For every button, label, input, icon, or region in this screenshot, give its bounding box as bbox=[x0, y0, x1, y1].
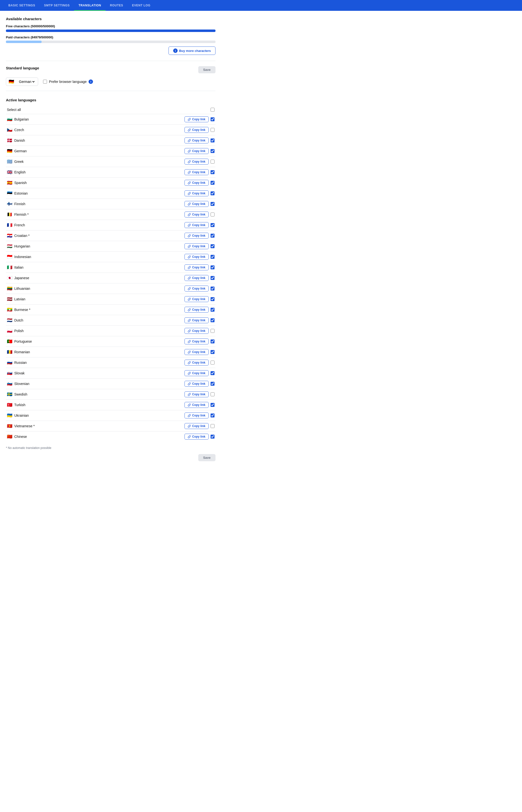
standard-language-save-button[interactable]: Save bbox=[198, 66, 216, 73]
flag-icon: 🇸🇪 bbox=[7, 392, 12, 397]
language-checkbox[interactable] bbox=[210, 276, 215, 280]
language-checkbox[interactable] bbox=[210, 149, 215, 153]
footnote: * No automatic translation possible bbox=[6, 446, 216, 450]
language-checkbox[interactable] bbox=[210, 413, 215, 418]
copy-link-button[interactable]: Copy link bbox=[184, 201, 208, 207]
language-name-cell: 🇬🇷Greek bbox=[7, 159, 106, 164]
copy-link-button[interactable]: Copy link bbox=[184, 243, 208, 249]
copy-link-button[interactable]: Copy link bbox=[184, 381, 208, 387]
language-name: Hungarian bbox=[14, 244, 30, 248]
language-checkbox[interactable] bbox=[210, 382, 215, 386]
nav-routes[interactable]: ROUTES bbox=[105, 0, 128, 11]
copy-link-button[interactable]: Copy link bbox=[184, 148, 208, 154]
language-checkbox[interactable] bbox=[210, 329, 215, 333]
nav-event-log[interactable]: EVENT LOG bbox=[128, 0, 155, 11]
link-icon bbox=[188, 118, 191, 121]
copy-link-button[interactable]: Copy link bbox=[184, 391, 208, 397]
language-checkbox[interactable] bbox=[210, 170, 215, 174]
language-name-cell: 🇺🇦Ukrainian bbox=[7, 413, 106, 418]
select-all-checkbox[interactable] bbox=[210, 108, 215, 112]
copy-link-button[interactable]: Copy link bbox=[184, 138, 208, 143]
language-checkbox[interactable] bbox=[210, 265, 215, 269]
language-checkbox[interactable] bbox=[210, 255, 215, 259]
language-name-cell: 🇱🇻Latvian bbox=[7, 297, 106, 302]
link-icon bbox=[188, 149, 191, 153]
buy-more-characters-button[interactable]: i Buy more characters bbox=[168, 46, 216, 55]
copy-link-button[interactable]: Copy link bbox=[184, 370, 208, 376]
language-name-cell: 🇭🇷Croatian * bbox=[7, 233, 106, 238]
language-checkbox[interactable] bbox=[210, 191, 215, 195]
language-checkbox[interactable] bbox=[210, 318, 215, 322]
copy-link-button[interactable]: Copy link bbox=[184, 328, 208, 334]
language-checkbox[interactable] bbox=[210, 350, 215, 354]
link-icon bbox=[188, 202, 191, 206]
language-row: 🇳🇱Dutch Copy link bbox=[6, 315, 216, 326]
copy-link-button[interactable]: Copy link bbox=[184, 159, 208, 165]
bottom-save-button[interactable]: Save bbox=[198, 454, 216, 461]
language-checkbox[interactable] bbox=[210, 223, 215, 227]
copy-link-button[interactable]: Copy link bbox=[184, 190, 208, 196]
language-row: 🇭🇷Croatian * Copy link bbox=[6, 230, 216, 241]
navigation: BASIC SETTINGS SMTP SETTINGS TRANSLATION… bbox=[0, 0, 522, 11]
language-checkbox[interactable] bbox=[210, 403, 215, 407]
copy-link-button[interactable]: Copy link bbox=[184, 360, 208, 366]
copy-link-button[interactable]: Copy link bbox=[184, 116, 208, 122]
language-checkbox[interactable] bbox=[210, 361, 215, 365]
prefer-browser-language-checkbox[interactable] bbox=[43, 80, 47, 84]
copy-link-button[interactable]: Copy link bbox=[184, 127, 208, 133]
copy-link-button[interactable]: Copy link bbox=[184, 423, 208, 429]
nav-basic-settings[interactable]: BASIC SETTINGS bbox=[4, 0, 40, 11]
link-icon bbox=[188, 329, 191, 332]
language-checkbox[interactable] bbox=[210, 392, 215, 396]
language-name-cell: 🇧🇪Flemish * bbox=[7, 212, 106, 217]
copy-link-button[interactable]: Copy link bbox=[184, 349, 208, 355]
copy-link-button[interactable]: Copy link bbox=[184, 211, 208, 218]
language-checkbox[interactable] bbox=[210, 128, 215, 132]
copy-link-button[interactable]: Copy link bbox=[184, 307, 208, 313]
language-checkbox[interactable] bbox=[210, 234, 215, 238]
link-icon bbox=[188, 403, 191, 407]
copy-link-button[interactable]: Copy link bbox=[184, 317, 208, 323]
language-row: 🇲🇲Burmese * Copy link bbox=[6, 305, 216, 315]
copy-link-button[interactable]: Copy link bbox=[184, 180, 208, 186]
available-characters-title: Available characters bbox=[6, 17, 216, 21]
language-checkbox[interactable] bbox=[210, 139, 215, 142]
flag-icon: 🇵🇹 bbox=[7, 339, 12, 344]
copy-link-button[interactable]: Copy link bbox=[184, 412, 208, 419]
language-checkbox[interactable] bbox=[210, 371, 215, 375]
language-checkbox[interactable] bbox=[210, 308, 215, 312]
nav-smtp-settings[interactable]: SMTP SETTINGS bbox=[40, 0, 74, 11]
language-checkbox[interactable] bbox=[210, 244, 215, 248]
language-select[interactable]: German English bbox=[18, 79, 36, 84]
language-name: Ukrainian bbox=[14, 413, 29, 418]
copy-link-button[interactable]: Copy link bbox=[184, 169, 208, 175]
copy-link-button[interactable]: Copy link bbox=[184, 296, 208, 302]
language-checkbox[interactable] bbox=[210, 435, 215, 439]
copy-link-button[interactable]: Copy link bbox=[184, 275, 208, 281]
language-name: German bbox=[14, 149, 27, 153]
copy-link-button[interactable]: Copy link bbox=[184, 339, 208, 344]
language-checkbox[interactable] bbox=[210, 212, 215, 217]
language-checkbox[interactable] bbox=[210, 297, 215, 301]
copy-link-button[interactable]: Copy link bbox=[184, 286, 208, 291]
language-checkbox[interactable] bbox=[210, 340, 215, 343]
nav-translation[interactable]: TRANSLATION bbox=[74, 0, 105, 11]
copy-link-button[interactable]: Copy link bbox=[184, 402, 208, 408]
prefer-browser-language-label: Prefer browser language bbox=[49, 80, 86, 84]
language-checkbox[interactable] bbox=[210, 117, 215, 121]
copy-link-button[interactable]: Copy link bbox=[184, 222, 208, 228]
language-checkbox[interactable] bbox=[210, 181, 215, 185]
language-name: Italian bbox=[14, 265, 23, 269]
language-checkbox[interactable] bbox=[210, 202, 215, 206]
copy-link-button[interactable]: Copy link bbox=[184, 233, 208, 239]
copy-link-button[interactable]: Copy link bbox=[184, 254, 208, 260]
language-select-wrap[interactable]: 🇩🇪 German English bbox=[6, 78, 38, 86]
language-checkbox[interactable] bbox=[210, 287, 215, 290]
language-row: 🇨🇳Chinese Copy link bbox=[6, 431, 216, 442]
language-name-cell: 🇩🇪German bbox=[7, 148, 106, 154]
language-checkbox[interactable] bbox=[210, 160, 215, 164]
copy-link-button[interactable]: Copy link bbox=[184, 434, 208, 440]
link-icon bbox=[188, 393, 191, 396]
copy-link-button[interactable]: Copy link bbox=[184, 264, 208, 270]
language-checkbox[interactable] bbox=[210, 424, 215, 428]
